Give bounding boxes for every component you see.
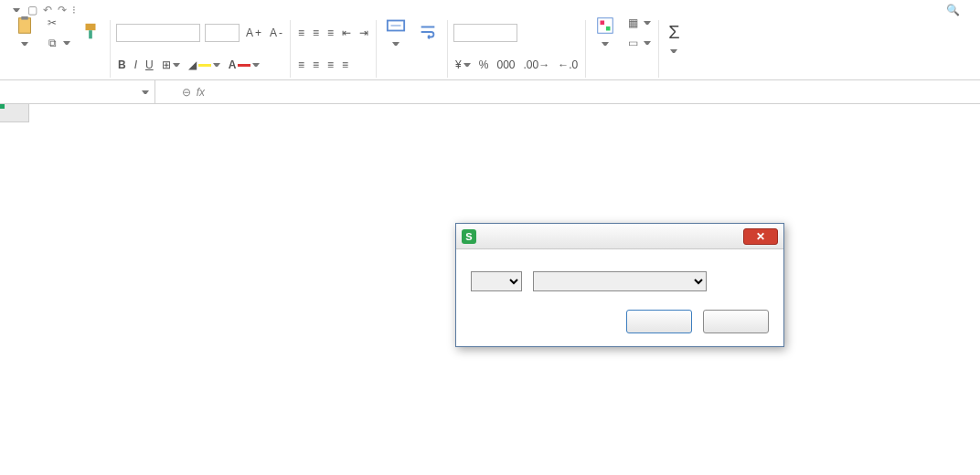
dialog-titlebar[interactable]: S ✕ <box>456 224 783 249</box>
font-size-select[interactable] <box>205 24 240 42</box>
cancel-button[interactable] <box>703 310 769 333</box>
wrap-text-button[interactable] <box>414 20 442 46</box>
align-bottom-button[interactable]: ≡ <box>325 26 336 40</box>
scissors-icon: ✂ <box>45 16 59 30</box>
fx-icon[interactable]: fx <box>197 86 205 99</box>
align-top-button[interactable]: ≡ <box>296 26 306 40</box>
merge-wrap-group <box>377 20 448 78</box>
clipboard-group: ✂ ⧉ <box>5 20 111 78</box>
svg-rect-0 <box>19 18 31 34</box>
currency-button[interactable]: ¥ <box>453 58 473 72</box>
paste-button[interactable] <box>11 14 38 52</box>
format-style-select[interactable] <box>533 271 707 291</box>
duplicate-type-select[interactable] <box>471 271 522 291</box>
increase-decimal-button[interactable]: .00→ <box>521 58 551 72</box>
align-left-button[interactable]: ≡ <box>296 58 306 72</box>
number-format-select[interactable] <box>453 24 517 42</box>
ribbon: ✂ ⧉ A+ A- B I U ⊞ ◢ A ≡ ≡ ≡ <box>0 16 980 80</box>
merge-center-button[interactable] <box>382 14 410 52</box>
select-all-corner[interactable] <box>0 104 29 122</box>
decrease-decimal-button[interactable]: ←.0 <box>556 58 580 72</box>
sum-button[interactable]: Σ <box>665 20 683 59</box>
indent-decrease-button[interactable]: ⇤ <box>340 26 353 40</box>
search-icon: 🔍 <box>946 4 960 16</box>
dialog-close-button[interactable]: ✕ <box>743 228 778 245</box>
fill-color-button[interactable]: ◢ <box>186 58 222 72</box>
percent-button[interactable]: % <box>477 58 491 72</box>
bold-button[interactable]: B <box>116 58 128 72</box>
cell-style-button[interactable]: ▭ <box>623 35 653 51</box>
comma-button[interactable]: 000 <box>495 58 517 72</box>
svg-rect-3 <box>89 30 92 38</box>
align-group: ≡ ≡ ≡ ⇤ ⇥ ≡ ≡ ≡ ≡ <box>291 20 377 78</box>
decrease-font-button[interactable]: A- <box>268 26 284 40</box>
search-box[interactable]: 🔍 <box>946 4 964 16</box>
indent-increase-button[interactable]: ⇥ <box>357 26 370 40</box>
font-group: A+ A- B I U ⊞ ◢ A <box>111 20 291 78</box>
duplicate-values-dialog: S ✕ <box>455 223 784 347</box>
ok-button[interactable] <box>626 310 692 333</box>
copy-button[interactable]: ⧉ <box>43 35 72 51</box>
italic-button[interactable]: I <box>133 58 139 72</box>
cut-button[interactable]: ✂ <box>43 15 72 31</box>
align-middle-button[interactable]: ≡ <box>311 26 321 40</box>
svg-rect-6 <box>601 21 605 26</box>
copy-icon: ⧉ <box>45 36 59 50</box>
bucket-icon: ◢ <box>188 58 197 71</box>
align-justify-button[interactable]: ≡ <box>340 58 350 72</box>
align-right-button[interactable]: ≡ <box>325 58 336 72</box>
sum-group: Σ <box>659 20 688 78</box>
app-logo-icon: S <box>462 229 476 244</box>
number-group: ¥ % 000 .00→ ←.0 <box>448 20 586 78</box>
svg-rect-1 <box>21 16 27 20</box>
table-style-button[interactable]: ▦ <box>623 15 653 31</box>
formula-bar: ⊖ fx <box>0 80 980 104</box>
svg-rect-2 <box>86 24 96 30</box>
styles-group: ▦ ▭ <box>586 20 659 78</box>
format-painter-button[interactable] <box>77 20 104 46</box>
font-color-button[interactable]: A <box>227 58 262 72</box>
border-button[interactable]: ⊞ <box>160 58 182 72</box>
cell-icon: ▭ <box>625 36 640 50</box>
conditional-format-button[interactable] <box>591 14 619 52</box>
menu-tabs: ▢ ↶ ↷ ⁝ 🔍 <box>0 0 980 16</box>
align-center-button[interactable]: ≡ <box>311 58 321 72</box>
table-icon: ▦ <box>625 16 640 30</box>
name-box[interactable] <box>27 80 155 103</box>
increase-font-button[interactable]: A+ <box>244 26 263 40</box>
cancel-formula-icon[interactable]: ⊖ <box>182 86 191 99</box>
underline-button[interactable]: U <box>144 58 155 72</box>
svg-rect-5 <box>598 18 613 34</box>
svg-rect-7 <box>606 26 611 31</box>
more-icon[interactable]: ⁝ <box>72 4 76 16</box>
font-name-select[interactable] <box>116 24 200 42</box>
